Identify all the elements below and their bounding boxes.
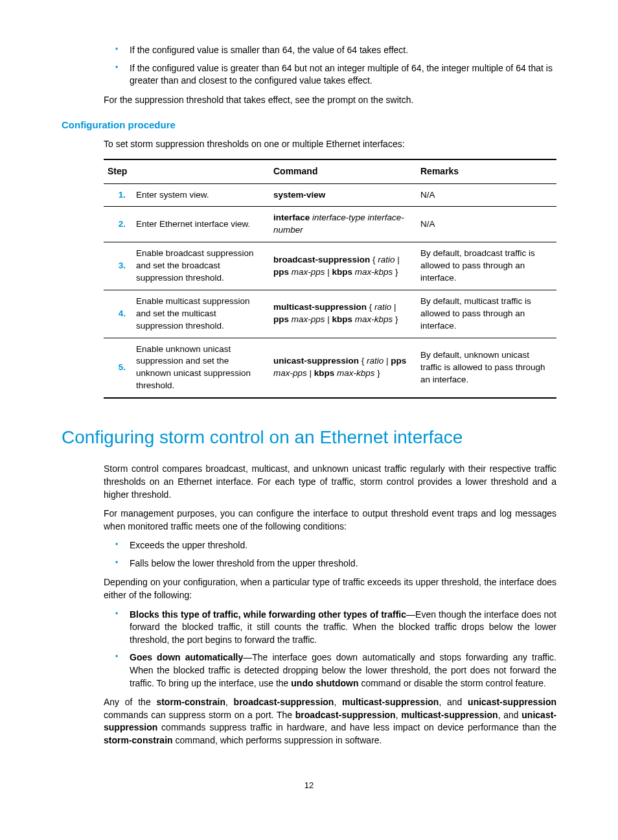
table-row: 3.Enable broadcast suppression and set t… xyxy=(104,242,556,290)
step-remarks: N/A xyxy=(417,207,556,242)
bullet-list: Exceeds the upper threshold.Falls below … xyxy=(104,539,556,570)
step-description: Enter Ethernet interface view. xyxy=(132,207,269,242)
table-row: 1.Enter system view.system-viewN/A xyxy=(104,183,556,207)
table-row: 2.Enter Ethernet interface view.interfac… xyxy=(104,207,556,242)
step-number: 1. xyxy=(104,183,132,207)
table-header-step: Step xyxy=(104,159,269,183)
step-command: interface interface-type interface-numbe… xyxy=(269,207,417,242)
table-row: 5.Enable unknown unicast suppression and… xyxy=(104,338,556,398)
paragraph: Depending on your configuration, when a … xyxy=(104,576,556,601)
list-item: Blocks this type of traffic, while forwa… xyxy=(104,609,556,647)
step-description: Enter system view. xyxy=(132,183,269,207)
step-remarks: By default, unknown unicast traffic is a… xyxy=(417,338,556,398)
step-number: 3. xyxy=(104,242,132,290)
step-command: system-view xyxy=(269,183,417,207)
page-number: 12 xyxy=(62,780,556,791)
table-row: 4.Enable multicast suppression and set t… xyxy=(104,290,556,338)
step-command: unicast-suppression { ratio | pps max-pp… xyxy=(269,338,417,398)
paragraph: To set storm suppression thresholds on o… xyxy=(104,138,556,151)
paragraph: Any of the storm-constrain, broadcast-su… xyxy=(104,696,556,747)
paragraph: For management purposes, you can configu… xyxy=(104,508,556,533)
step-remarks: By default, broadcast traffic is allowed… xyxy=(417,242,556,290)
step-command: broadcast-suppression { ratio | pps max-… xyxy=(269,242,417,290)
paragraph: For the suppression threshold that takes… xyxy=(104,94,556,107)
bullet-list: Blocks this type of traffic, while forwa… xyxy=(104,609,556,690)
step-remarks: N/A xyxy=(417,183,556,207)
step-number: 2. xyxy=(104,207,132,242)
table-header-command: Command xyxy=(269,159,417,183)
step-number: 5. xyxy=(104,338,132,398)
step-command: multicast-suppression { ratio | pps max-… xyxy=(269,290,417,338)
configuration-procedure-heading: Configuration procedure xyxy=(62,118,556,132)
step-description: Enable broadcast suppression and set the… xyxy=(132,242,269,290)
section-heading: Configuring storm control on an Ethernet… xyxy=(62,425,556,450)
step-number: 4. xyxy=(104,290,132,338)
table-header-remarks: Remarks xyxy=(417,159,556,183)
step-description: Enable multicast suppression and set the… xyxy=(132,290,269,338)
list-item: Exceeds the upper threshold. xyxy=(104,539,556,552)
list-item: If the configured value is smaller than … xyxy=(104,44,556,57)
list-item: If the configured value is greater than … xyxy=(104,62,556,88)
steps-table: Step Command Remarks 1.Enter system view… xyxy=(104,159,556,399)
list-item: Falls below the lower threshold from the… xyxy=(104,557,556,570)
step-remarks: By default, multicast traffic is allowed… xyxy=(417,290,556,338)
list-item: Goes down automatically—The interface go… xyxy=(104,651,556,690)
step-description: Enable unknown unicast suppression and s… xyxy=(132,338,269,398)
top-bullet-list: If the configured value is smaller than … xyxy=(104,44,556,88)
paragraph: Storm control compares broadcast, multic… xyxy=(104,463,556,501)
